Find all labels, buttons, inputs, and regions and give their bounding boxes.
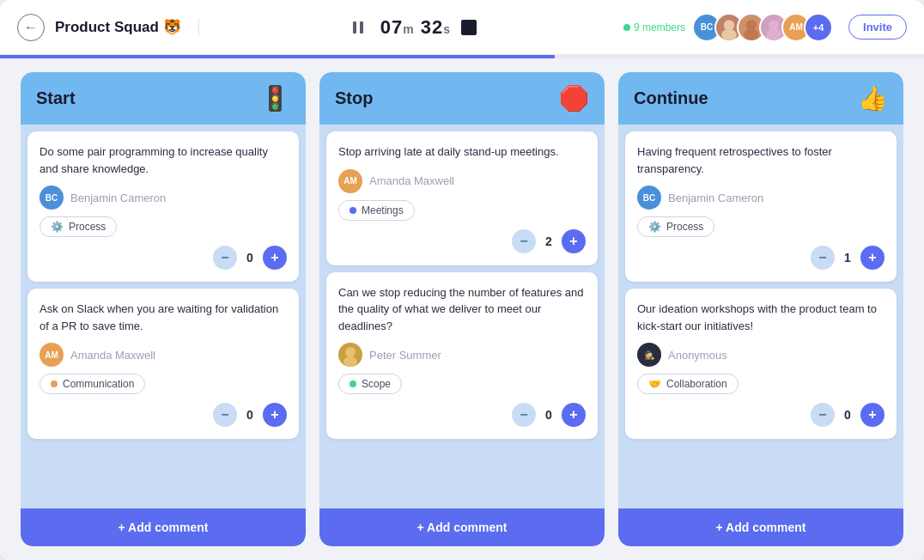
continue-card-2-votes: − 0 + <box>637 403 884 427</box>
start-card-2: Ask on Slack when you are waiting for va… <box>27 289 299 439</box>
timer-m-label: m <box>403 22 414 36</box>
stop-timer-button[interactable] <box>461 20 477 35</box>
continue-column-body: Having frequent retrospectives to foster… <box>618 125 903 508</box>
app-container: ← Product Squad 🐯 07m 32s 9 members BC <box>0 0 924 560</box>
main-content: Start 🚦 Do some pair programming to incr… <box>0 58 924 560</box>
stop-card-1-author: AM Amanda Maxwell <box>338 169 586 193</box>
tag-icon: ⚙️ <box>648 221 661 233</box>
svg-rect-1 <box>360 21 363 33</box>
timer-seconds: 32 <box>421 16 443 38</box>
vote-count: 0 <box>244 408 256 422</box>
continue-icon: 👍 <box>858 84 888 113</box>
start-card-1-avatar: BC <box>40 186 64 210</box>
column-continue: Continue 👍 Having frequent retrospective… <box>618 72 903 546</box>
continue-title: Continue <box>634 88 708 108</box>
stop-card-2: Can we stop reducing the number of featu… <box>326 272 598 440</box>
tag-label: Scope <box>362 378 391 390</box>
vote-plus-button[interactable]: + <box>263 246 287 270</box>
continue-card-1: Having frequent retrospectives to foster… <box>625 131 897 282</box>
tag-dot <box>350 207 356 214</box>
column-start: Start 🚦 Do some pair programming to incr… <box>21 72 306 546</box>
start-card-2-name: Amanda Maxwell <box>70 349 155 362</box>
session-title: Product Squad 🐯 <box>55 18 199 36</box>
continue-column-header: Continue 👍 <box>618 72 903 125</box>
continue-card-2: Our ideation workshops with the product … <box>625 289 897 439</box>
continue-card-1-name: Benjamin Cameron <box>668 192 763 204</box>
continue-card-2-tag[interactable]: 🤝Collaboration <box>637 374 739 394</box>
timer-display: 07m 32s <box>380 16 451 39</box>
stop-card-1-text: Stop arriving late at daily stand-up mee… <box>338 143 586 161</box>
start-card-1-votes: − 0 + <box>40 246 287 270</box>
start-card-2-author: AM Amanda Maxwell <box>40 343 287 367</box>
continue-card-2-author: 🕵 Anonymous <box>637 343 884 367</box>
tag-dot <box>350 380 356 387</box>
online-dot <box>623 24 630 31</box>
timer-minutes: 07 <box>380 16 403 38</box>
stop-add-comment-button[interactable]: + Add comment <box>319 508 605 546</box>
continue-add-comment-button[interactable]: + Add comment <box>618 508 903 546</box>
start-card-1-author: BC Benjamin Cameron <box>40 186 287 210</box>
continue-card-2-name: Anonymous <box>668 349 727 362</box>
vote-minus-button[interactable]: − <box>811 403 835 427</box>
stop-card-2-avatar <box>338 343 362 367</box>
vote-plus-button[interactable]: + <box>860 246 884 270</box>
vote-count: 2 <box>543 234 555 248</box>
continue-card-1-votes: − 1 + <box>637 246 884 270</box>
stop-column-header: Stop 🛑 <box>319 72 605 125</box>
pause-button[interactable] <box>346 15 370 40</box>
stop-card-1-avatar: AM <box>338 169 362 193</box>
vote-minus-button[interactable]: − <box>213 246 237 270</box>
start-card-1: Do some pair programming to increase qua… <box>27 131 299 282</box>
svg-point-2 <box>724 20 734 30</box>
back-button[interactable]: ← <box>17 14 45 41</box>
members-count: 9 members <box>634 21 685 33</box>
timer-area: 07m 32s <box>199 15 623 40</box>
tag-label: Meetings <box>362 204 404 216</box>
start-column-body: Do some pair programming to increase qua… <box>21 125 306 508</box>
tag-icon: ⚙️ <box>51 221 64 233</box>
start-add-comment-button[interactable]: + Add comment <box>21 508 306 546</box>
start-card-2-avatar: AM <box>40 343 64 367</box>
invite-button[interactable]: Invite <box>848 15 907 40</box>
tag-label: Process <box>69 221 106 233</box>
vote-minus-button[interactable]: − <box>213 403 237 427</box>
stop-card-2-author: Peter Summer <box>338 343 586 367</box>
tag-dot <box>51 380 58 387</box>
continue-card-1-tag[interactable]: ⚙️Process <box>637 216 714 237</box>
stop-card-1-votes: − 2 + <box>338 229 586 253</box>
vote-plus-button[interactable]: + <box>562 403 586 427</box>
vote-count: 0 <box>244 251 256 265</box>
start-card-1-name: Benjamin Cameron <box>70 192 166 204</box>
svg-point-6 <box>769 20 779 30</box>
members-area: 9 members BC AM +4 Invite <box>623 13 907 42</box>
timer-s-label: s <box>443 22 451 36</box>
stop-title: Stop <box>335 88 373 108</box>
vote-minus-button[interactable]: − <box>512 229 536 253</box>
column-stop: Stop 🛑 Stop arriving late at daily stand… <box>319 72 605 546</box>
avatar-more: +4 <box>804 13 833 42</box>
stop-card-2-name: Peter Summer <box>369 349 441 362</box>
start-card-1-tag[interactable]: ⚙️Process <box>40 216 117 237</box>
vote-plus-button[interactable]: + <box>860 403 884 427</box>
header: ← Product Squad 🐯 07m 32s 9 members BC <box>0 0 924 55</box>
tag-label: Process <box>666 221 703 233</box>
svg-point-3 <box>721 28 737 40</box>
start-title: Start <box>36 88 76 108</box>
vote-count: 1 <box>842 251 854 265</box>
vote-count: 0 <box>842 408 854 422</box>
start-column-header: Start 🚦 <box>21 72 306 125</box>
start-icon: 🚦 <box>260 84 290 113</box>
continue-card-2-avatar: 🕵 <box>637 343 661 367</box>
svg-point-8 <box>345 347 356 357</box>
stop-card-1-tag[interactable]: Meetings <box>338 200 415 221</box>
vote-plus-button[interactable]: + <box>263 403 287 427</box>
vote-minus-button[interactable]: − <box>512 403 536 427</box>
start-card-2-tag[interactable]: Communication <box>40 374 145 394</box>
vote-plus-button[interactable]: + <box>562 229 586 253</box>
stop-card-1-name: Amanda Maxwell <box>369 174 454 187</box>
vote-minus-button[interactable]: − <box>811 246 835 270</box>
tag-label: Collaboration <box>666 378 727 390</box>
stop-card-2-tag[interactable]: Scope <box>338 374 402 394</box>
continue-card-1-avatar: BC <box>637 186 661 210</box>
stop-column-body: Stop arriving late at daily stand-up mee… <box>319 125 605 508</box>
